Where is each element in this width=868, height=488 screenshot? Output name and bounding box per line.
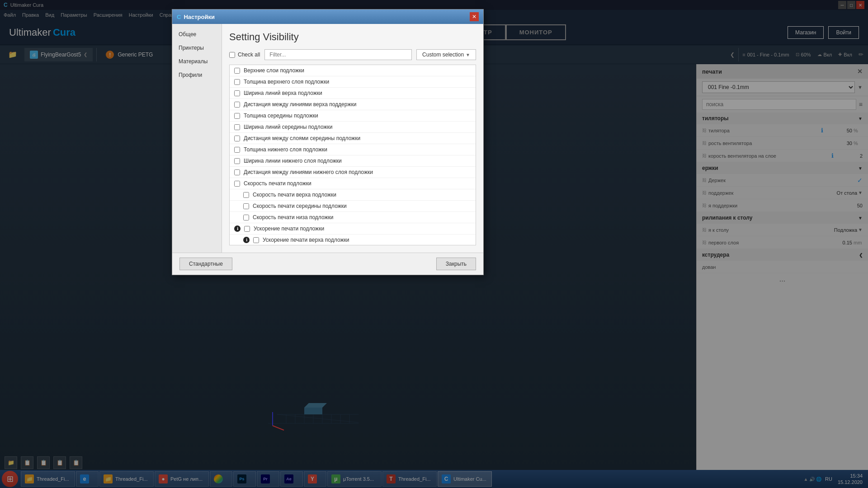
custom-dropdown-arrow: ▼ [466, 52, 470, 57]
filter-input[interactable] [264, 49, 412, 60]
sidebar-profiles[interactable]: Профили [172, 68, 222, 82]
list-item-label-8: Ширина линии нижнего слоя подложки [244, 158, 342, 164]
dialog-body: Общее Принтеры Материалы Профили Setting… [172, 24, 483, 253]
list-item-label-4: Толщина середины подложки [244, 113, 318, 119]
custom-selection-button[interactable]: Custom selection ▼ [416, 49, 476, 60]
dialog-main: Setting Visibility Check all Custom sele… [222, 24, 483, 253]
list-item-1: Толщина верхнего слоя подложки [230, 76, 476, 88]
checkbox-2[interactable] [234, 90, 240, 96]
list-item-label-1: Толщина верхнего слоя подложки [244, 79, 329, 85]
checkbox-1[interactable] [234, 79, 240, 85]
dialog-close-button[interactable]: ✕ [470, 12, 479, 21]
list-item-label-15: Ускорение печати верха подложки [263, 237, 349, 243]
visibility-controls: Check all Custom selection ▼ [229, 49, 476, 60]
dialog-title-text: Настройки [184, 14, 215, 20]
close-dialog-button[interactable]: Закрыть [436, 258, 476, 270]
sidebar-materials[interactable]: Материалы [172, 55, 222, 68]
sidebar-printers[interactable]: Принтеры [172, 41, 222, 55]
standards-button[interactable]: Стандартные [179, 258, 232, 270]
checkbox-14[interactable] [244, 226, 250, 232]
checkbox-10[interactable] [234, 181, 240, 187]
dialog-title-bar: C Настройки ✕ [172, 9, 483, 24]
list-item-13: Скорость печати низа подложки [230, 212, 476, 223]
list-item-label-12: Скорость печати середины подложки [253, 203, 347, 209]
list-item-label-6: Дистанция между слоями середины подложки [244, 135, 360, 141]
checkbox-7[interactable] [234, 147, 240, 153]
list-item-label-13: Скорость печати низа подложки [253, 214, 334, 221]
dialog-settings-list[interactable]: Верхние слои подложки Толщина верхнего с… [229, 65, 476, 245]
checkbox-6[interactable] [234, 136, 240, 141]
list-item-9: Дистанция между линиями нижнего слоя под… [230, 167, 476, 178]
list-item-10: Скорость печати подложки [230, 178, 476, 189]
checkbox-11[interactable] [243, 192, 249, 198]
checkbox-0[interactable] [234, 68, 240, 74]
list-item-label-11: Скорость печати верха подложки [253, 192, 336, 198]
list-item-7: Толщина нижнего слоя подложки [230, 144, 476, 155]
checkbox-8[interactable] [234, 158, 240, 164]
list-item-15: ℹ Ускорение печати верха подложки [230, 235, 476, 245]
list-item-label-7: Толщина нижнего слоя подложки [244, 146, 327, 153]
list-item-label-2: Ширина линий верха подложки [244, 90, 322, 96]
dialog-sidebar: Общее Принтеры Материалы Профили [172, 24, 222, 253]
check-all-label: Check all [238, 52, 260, 58]
info-icon-14: ℹ [234, 225, 241, 232]
checkbox-4[interactable] [234, 113, 240, 119]
checkbox-5[interactable] [234, 124, 240, 130]
list-item-3: Дистанция между линиями верха поддержки [230, 99, 476, 110]
list-item-12: Скорость печати середины подложки [230, 201, 476, 212]
checkbox-9[interactable] [234, 169, 240, 175]
dialog-footer: Стандартные Закрыть [172, 253, 483, 275]
list-item-5: Ширина линий середины подложки [230, 122, 476, 133]
sidebar-general[interactable]: Общее [172, 28, 222, 41]
modal-overlay: C Настройки ✕ Общее Принтеры Материалы П… [0, 0, 868, 488]
list-item-label-3: Дистанция между линиями верха поддержки [244, 101, 356, 108]
checkbox-12[interactable] [243, 203, 249, 209]
check-all-checkbox[interactable] [229, 52, 235, 58]
checkbox-3[interactable] [234, 102, 240, 108]
checkbox-13[interactable] [243, 215, 249, 221]
dialog-title-icon: C [177, 14, 181, 20]
list-item-14: ℹ Ускорение печати подложки [230, 223, 476, 235]
list-item-label-9: Дистанция между линиями нижнего слоя под… [244, 169, 373, 175]
settings-dialog: C Настройки ✕ Общее Принтеры Материалы П… [172, 9, 484, 275]
check-all-row: Check all [229, 52, 260, 58]
list-item-label-14: Ускорение печати подложки [254, 225, 324, 232]
list-item-6: Дистанция между слоями середины подложки [230, 133, 476, 144]
list-item-label-10: Скорость печати подложки [244, 180, 311, 187]
list-item-8: Ширина линии нижнего слоя подложки [230, 155, 476, 167]
list-item-11: Скорость печати верха подложки [230, 189, 476, 201]
checkbox-15[interactable] [253, 237, 259, 243]
list-item-label-0: Верхние слои подложки [244, 67, 304, 74]
info-icon-15: ℹ [243, 237, 250, 243]
list-item-2: Ширина линий верха подложки [230, 88, 476, 99]
list-item-label-5: Ширина линий середины подложки [244, 124, 332, 130]
dialog-title-content: C Настройки [177, 14, 215, 20]
list-item-0: Верхние слои подложки [230, 65, 476, 76]
custom-selection-label: Custom selection [422, 52, 464, 58]
list-item-4: Толщина середины подложки [230, 110, 476, 122]
dialog-main-title: Setting Visibility [229, 31, 476, 43]
